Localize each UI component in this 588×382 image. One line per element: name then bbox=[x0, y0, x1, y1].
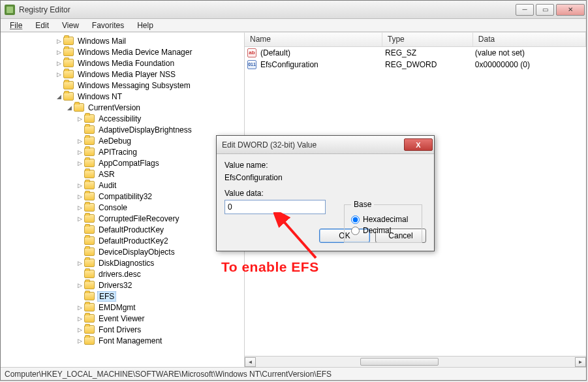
scroll-left-button[interactable]: ◄ bbox=[245, 357, 256, 367]
tree-node[interactable]: ▷APITracing bbox=[3, 146, 244, 157]
menu-edit[interactable]: Edit bbox=[30, 20, 54, 31]
tree-node[interactable]: ▷Windows Media Player NSS bbox=[3, 69, 244, 80]
tree-node-label: Compatibility32 bbox=[97, 192, 153, 201]
tree-node[interactable]: ▷Event Viewer bbox=[3, 313, 244, 324]
edit-dword-dialog: Edit DWORD (32-bit) Value X Value name: … bbox=[216, 135, 435, 251]
tree-node[interactable]: ▷Audit bbox=[3, 180, 244, 191]
folder-icon bbox=[84, 136, 95, 145]
expand-icon[interactable]: ▷ bbox=[76, 215, 83, 222]
tree-node[interactable]: ▷CorruptedFileRecovery bbox=[3, 213, 244, 224]
expand-icon[interactable]: ▷ bbox=[76, 315, 83, 322]
titlebar[interactable]: Registry Editor ─ ▭ ✕ bbox=[1, 1, 586, 19]
folder-icon bbox=[84, 114, 95, 123]
tree-node[interactable]: AdaptiveDisplayBrightness bbox=[3, 124, 244, 135]
menu-help[interactable]: Help bbox=[132, 20, 159, 31]
tree-node-label: Windows Media Player NSS bbox=[76, 70, 177, 79]
scrollbar-thumb[interactable] bbox=[360, 358, 439, 366]
tree-node[interactable]: ▷Windows Media Foundation bbox=[3, 57, 244, 69]
folder-icon bbox=[63, 59, 74, 67]
expand-icon[interactable]: ▷ bbox=[55, 49, 62, 56]
horizontal-scrollbar[interactable]: ◄ ► bbox=[245, 356, 586, 367]
expand-icon[interactable]: ▷ bbox=[55, 71, 62, 78]
tree-node-label: EMDMgmt bbox=[97, 303, 137, 312]
registry-editor-window: Registry Editor ─ ▭ ✕ File Edit View Fav… bbox=[0, 0, 587, 381]
dword-value-icon bbox=[247, 60, 256, 69]
tree-node-label: Windows Media Device Manager bbox=[76, 48, 193, 57]
expand-icon[interactable]: ▷ bbox=[76, 193, 83, 200]
column-header[interactable]: Name bbox=[245, 33, 382, 46]
tree-pane[interactable]: ▷Windows Mail▷Windows Media Device Manag… bbox=[1, 33, 245, 367]
close-button[interactable]: ✕ bbox=[556, 4, 585, 16]
tree-node[interactable]: ▷AppCompatFlags bbox=[3, 157, 244, 168]
tree-node[interactable]: ▷AeDebug bbox=[3, 135, 244, 146]
dialog-close-button[interactable]: X bbox=[404, 138, 433, 151]
tree-node[interactable]: ▷Console bbox=[3, 202, 244, 213]
expand-icon[interactable]: ▷ bbox=[55, 38, 62, 44]
expand-icon[interactable]: ▷ bbox=[55, 60, 62, 67]
expand-icon[interactable]: ▷ bbox=[76, 204, 83, 211]
tree-node[interactable]: Windows Messaging Subsystem bbox=[3, 80, 244, 91]
tree-node[interactable]: DeviceDisplayObjects bbox=[3, 246, 244, 257]
dialog-titlebar[interactable]: Edit DWORD (32-bit) Value X bbox=[217, 136, 434, 154]
tree-node[interactable]: ▷Accessibility bbox=[3, 113, 244, 124]
expand-icon[interactable]: ▷ bbox=[76, 116, 83, 122]
expand-icon[interactable]: ◢ bbox=[55, 93, 62, 100]
cell-type: REG_SZ bbox=[384, 48, 474, 57]
cell-data: 0x00000000 (0) bbox=[474, 60, 586, 69]
tree-node[interactable]: EFS bbox=[3, 291, 244, 302]
expand-icon[interactable]: ▷ bbox=[76, 138, 83, 144]
tree-node[interactable]: ASR bbox=[3, 168, 244, 180]
radio-decimal[interactable] bbox=[351, 227, 360, 235]
tree-node[interactable]: ▷Windows Mail bbox=[3, 35, 244, 46]
scroll-right-button[interactable]: ► bbox=[575, 357, 586, 367]
folder-icon bbox=[63, 70, 74, 78]
tree-node[interactable]: ▷EMDMgmt bbox=[3, 302, 244, 313]
tree-node-label: Font Drivers bbox=[97, 325, 142, 334]
tree-node[interactable]: ▷Font Drivers bbox=[3, 324, 244, 335]
radio-hexadecimal[interactable] bbox=[351, 215, 360, 224]
expand-icon[interactable]: ▷ bbox=[76, 326, 83, 333]
tree-node[interactable]: ▷Windows Media Device Manager bbox=[3, 46, 244, 57]
folder-icon bbox=[84, 303, 95, 311]
tree-node[interactable]: ▷Font Management bbox=[3, 335, 244, 346]
maximize-button[interactable]: ▭ bbox=[536, 4, 554, 16]
folder-icon bbox=[84, 336, 95, 345]
menu-favorites[interactable]: Favorites bbox=[87, 20, 129, 31]
expand-icon[interactable]: ▷ bbox=[76, 260, 83, 266]
list-row[interactable]: EfsConfigurationREG_DWORD0x00000000 (0) bbox=[245, 59, 586, 71]
tree-node-label: CurrentVersion bbox=[87, 103, 142, 112]
folder-icon bbox=[74, 103, 84, 112]
folder-icon bbox=[84, 214, 95, 223]
expand-icon[interactable]: ▷ bbox=[76, 160, 83, 167]
folder-icon bbox=[84, 259, 95, 267]
tree-node[interactable]: ◢CurrentVersion bbox=[3, 102, 244, 113]
tree-node-label: DiskDiagnostics bbox=[97, 259, 155, 268]
tree-node[interactable]: ▷Drivers32 bbox=[3, 279, 244, 291]
expand-icon[interactable]: ▷ bbox=[76, 304, 83, 311]
menu-file[interactable]: File bbox=[5, 20, 27, 31]
expand-icon[interactable]: ▷ bbox=[76, 182, 83, 189]
folder-icon bbox=[84, 192, 95, 200]
menu-view[interactable]: View bbox=[57, 20, 84, 31]
expand-icon[interactable]: ▷ bbox=[76, 149, 83, 155]
tree-node[interactable]: DefaultProductKey bbox=[3, 224, 244, 235]
tree-node[interactable]: drivers.desc bbox=[3, 268, 244, 279]
column-header[interactable]: Type bbox=[382, 33, 473, 46]
tree-node[interactable]: ▷Compatibility32 bbox=[3, 191, 244, 202]
tree-node[interactable]: ▷DiskDiagnostics bbox=[3, 257, 244, 268]
expand-icon[interactable]: ▷ bbox=[76, 338, 83, 344]
tree-node-label: EFS bbox=[97, 291, 116, 302]
folder-icon bbox=[84, 148, 95, 156]
list-row[interactable]: (Default)REG_SZ(value not set) bbox=[245, 47, 586, 59]
folder-icon bbox=[84, 203, 95, 212]
folder-icon bbox=[84, 270, 95, 278]
menubar: File Edit View Favorites Help bbox=[1, 19, 586, 32]
value-data-input[interactable] bbox=[224, 200, 326, 214]
column-header[interactable]: Data bbox=[473, 33, 586, 46]
window-title: Registry Editor bbox=[19, 5, 516, 14]
tree-node[interactable]: ◢Windows NT bbox=[3, 91, 244, 102]
expand-icon[interactable]: ▷ bbox=[76, 282, 83, 289]
tree-node[interactable]: DefaultProductKey2 bbox=[3, 235, 244, 246]
expand-icon[interactable]: ◢ bbox=[66, 104, 72, 111]
minimize-button[interactable]: ─ bbox=[516, 4, 534, 16]
